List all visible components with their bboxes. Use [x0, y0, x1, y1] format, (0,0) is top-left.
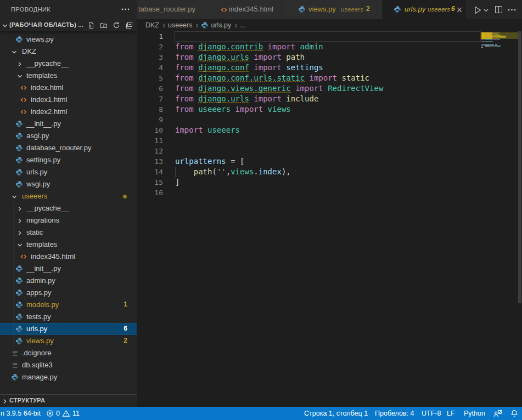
tree-file--init-py[interactable]: __init__.py — [0, 118, 137, 130]
tab-tabase-roouter-py[interactable]: tabase_roouter.py — [137, 0, 211, 19]
run-dropdown-icon — [484, 8, 489, 13]
tree-item-label: urls.py — [26, 325, 47, 333]
line-number: 10 — [137, 125, 163, 135]
chevron-right-icon — [17, 206, 23, 212]
python-icon — [15, 277, 23, 285]
editor-scrollbar[interactable] — [518, 31, 521, 303]
code-line-14: path('',views.index), — [175, 167, 291, 177]
split-editor-button[interactable] — [495, 5, 503, 14]
tree-file-index-html[interactable]: index.html — [0, 82, 137, 94]
tree-folder-templates[interactable]: templates — [0, 239, 137, 251]
code-line-2: from django.contrib import admin — [175, 42, 323, 52]
tab-index345-html[interactable]: index345.html — [211, 0, 282, 19]
code-line-10: import useeers — [175, 125, 240, 135]
code-line-4: from django.conf import settings — [175, 63, 323, 73]
tree-folder--pycache-[interactable]: __pycache__ — [0, 202, 137, 214]
vscode-window: ПРОВОДНИК (РАБОЧАЯ ОБЛАСТЬ) ... views.py… — [0, 0, 522, 420]
tree-file-models-py[interactable]: models.py1 — [0, 299, 137, 311]
token — [226, 157, 231, 166]
status-item-encoding[interactable]: UTF-8 — [422, 407, 441, 420]
line-number: 11 — [137, 135, 163, 146]
chevron-right-icon — [17, 61, 23, 67]
line-number: 15 — [137, 177, 163, 188]
breadcrumb-item-urls-py[interactable]: urls.py — [211, 21, 231, 29]
tree-file-index1-html[interactable]: index1.html — [0, 94, 137, 106]
file-icon — [10, 349, 19, 357]
line-number: 14 — [137, 167, 163, 177]
tree-file-apps-py[interactable]: apps.py — [0, 287, 137, 299]
tree-file-tests-py[interactable]: tests.py — [0, 311, 137, 323]
minimap[interactable] — [481, 31, 518, 404]
explorer-more-actions-icon[interactable] — [121, 8, 130, 11]
warning-squiggle — [198, 70, 249, 72]
status-item-eol[interactable]: LF — [447, 407, 455, 420]
breadcrumb-item-useeers[interactable]: useeers — [168, 21, 192, 29]
token: import — [254, 63, 282, 72]
status-item-feedback[interactable] — [493, 407, 502, 420]
tab-urls-py[interactable]: urls.pyuseeers6 — [383, 0, 465, 19]
tree-file-manage-py[interactable]: manage.py — [0, 371, 137, 383]
tree-folder-migrations[interactable]: migrations — [0, 214, 137, 226]
status-item-language-mode[interactable]: Python — [464, 407, 485, 420]
problems-count-badge: 6 — [124, 325, 127, 332]
new-file-button[interactable] — [87, 21, 96, 30]
tree-file-views-py[interactable]: views.py — [0, 33, 137, 46]
token: ( — [212, 167, 216, 176]
workspace-section-header[interactable]: (РАБОЧАЯ ОБЛАСТЬ) ... — [0, 19, 137, 31]
tree-file-wsgi-py[interactable]: wsgi.py — [0, 178, 137, 190]
token: django.urls — [198, 53, 249, 61]
tree-folder-useeers[interactable]: useeers — [0, 190, 137, 202]
python-icon — [15, 313, 23, 321]
code-area[interactable]: 12from django.contrib import admin3from … — [137, 31, 522, 407]
new-folder-button[interactable] — [99, 21, 108, 30]
tree-file-index2-html[interactable]: index2.html — [0, 106, 137, 118]
problems-count-badge: 1 — [124, 300, 127, 308]
status-item-cursor-position[interactable]: Строка 1, столбец 1 — [304, 407, 368, 420]
tree-file-asgi-py[interactable]: asgi.py — [0, 130, 137, 142]
tree-file-db-sqlite3[interactable]: db.sqlite3 — [0, 359, 137, 371]
line-number: 7 — [137, 94, 163, 104]
code-line-6: from django.views.generic import Redirec… — [175, 83, 383, 94]
token: useeers — [203, 126, 240, 134]
python-icon — [15, 144, 23, 152]
tree-item-label: apps.py — [26, 288, 52, 297]
tree-folder-DKZ[interactable]: DKZ — [0, 46, 137, 58]
tree-folder-static[interactable]: static — [0, 226, 137, 239]
tree-file--init-py[interactable]: __init__.py — [0, 263, 137, 275]
tree-item-label: settings.py — [26, 156, 60, 164]
breadcrumb-item--[interactable]: ... — [240, 21, 245, 29]
outline-section-header[interactable]: СТРУКТУРА — [0, 395, 137, 407]
run-dropdown-button[interactable] — [484, 8, 489, 13]
tree-file--dcignore[interactable]: .dcignore — [0, 347, 137, 359]
tree-file-database-roouter-py[interactable]: database_roouter.py — [0, 142, 137, 154]
python-icon — [298, 5, 306, 13]
token: urlpatterns — [175, 157, 226, 166]
tree-folder--pycache-[interactable]: __pycache__ — [0, 58, 137, 70]
tab-views-py[interactable]: views.pyuseeers2 — [282, 0, 382, 19]
token: views — [263, 105, 291, 113]
token: path — [282, 53, 305, 61]
tab-description: useeers — [428, 6, 450, 13]
tree-file-urls-py[interactable]: urls.py — [0, 166, 137, 178]
tree-item-label: index1.html — [31, 95, 67, 104]
new-file-icon — [87, 21, 95, 29]
status-item-notifications[interactable] — [510, 407, 518, 420]
tab-close-icon[interactable] — [457, 7, 462, 13]
minimap-mark — [492, 39, 497, 40]
chevron-right-icon — [17, 206, 23, 212]
editor-more-actions-button[interactable] — [508, 8, 516, 12]
tree-folder-templates[interactable]: templates — [0, 70, 137, 82]
refresh-button[interactable] — [112, 21, 121, 30]
status-item-indentation[interactable]: Пробелов: 4 — [375, 407, 414, 420]
run-button[interactable] — [473, 5, 482, 15]
warning-squiggle — [198, 70, 249, 72]
tree-file-views-py[interactable]: views.py2 — [0, 335, 137, 347]
tree-file-urls-py[interactable]: urls.py6 — [0, 323, 137, 335]
tree-file-admin-py[interactable]: admin.py — [0, 275, 137, 287]
breadcrumb-item-DKZ[interactable]: DKZ — [145, 21, 159, 29]
tree-file-settings-py[interactable]: settings.py — [0, 154, 137, 166]
workspace-section-title: (РАБОЧАЯ ОБЛАСТЬ) ... — [9, 21, 83, 28]
tree-file-index345-html[interactable]: index345.html — [0, 251, 137, 263]
code-line-5: from django.conf.urls.static import stat… — [175, 73, 369, 83]
collapse-all-button[interactable] — [125, 21, 133, 30]
